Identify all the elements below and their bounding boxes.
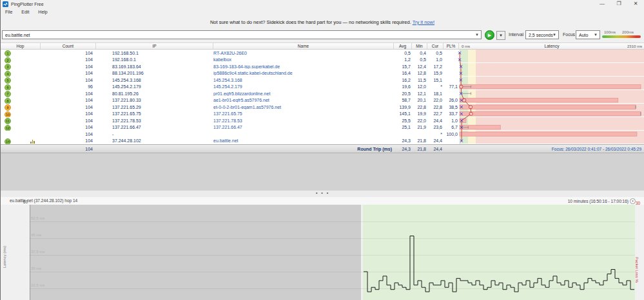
cell-ip: 137.221.65.29 [96, 105, 213, 109]
roundtrip-row: 104 Round Trip (ms) 24,3 21,8 24,4 Focus… [1, 144, 644, 153]
cell-pl: 1,0 [444, 118, 459, 123]
cell-name: ae1-br01-eqfr5.as57976.net [213, 98, 394, 102]
cell-pl: 6,7 [444, 125, 459, 129]
cell-name: 137.221.66.47 [213, 125, 394, 129]
cell-min: 22,8 [412, 105, 427, 109]
try-it-now-link[interactable]: Try it now! [413, 19, 434, 25]
cell-count: 104 [41, 64, 96, 69]
chevron-down-icon[interactable]: ▼ [552, 31, 556, 39]
timeline-yaxis-title: Latency (ms) [3, 234, 6, 279]
roundtrip-cur: 24,4 [427, 147, 444, 151]
trace-latency-graph[interactable] [458, 50, 644, 144]
col-header-latency[interactable]: 0 ms Latency 2310 ms [459, 43, 644, 49]
menu-edit[interactable]: Edit [17, 8, 34, 16]
minimize-button[interactable]: — [594, 0, 610, 8]
cell-avg: 25,5 [394, 118, 412, 123]
cell-pl: 33,7 [444, 111, 459, 116]
cell-name: pr01.eqfr5.blizzardonline.net [213, 91, 394, 96]
col-header-avg[interactable]: Avg [394, 43, 412, 49]
menu-bar: File Edit Help [1, 8, 644, 16]
cell-avg: 0,5 [394, 51, 412, 55]
chevron-down-icon[interactable]: ▼ [594, 31, 598, 39]
cell-count: 104 [41, 138, 96, 143]
cell-count: 104 [41, 91, 96, 96]
target-input[interactable]: eu.battle.net ▼ [2, 30, 482, 39]
timeline-ymax-label: 60 [17, 200, 28, 204]
col-header-name[interactable]: Name [213, 43, 394, 49]
cell-count: 104 [41, 57, 96, 62]
cell-ip: - [96, 132, 213, 136]
roundtrip-avg: 24,3 [394, 147, 412, 151]
cell-avg: 139,9 [394, 105, 412, 109]
cell-cur: 15,9 [427, 71, 444, 75]
col-header-min[interactable]: Min [412, 43, 427, 49]
hop-badge: 10 [5, 111, 11, 118]
interval-value: 2,5 seconds [529, 33, 553, 37]
col-header-cur[interactable]: Cur [427, 43, 444, 49]
cell-name: 83-169-183-64-isp.superkabel.de [213, 64, 394, 69]
timeline-plot[interactable]: 52,5 ms45 ms37,5 ms30 ms22,5 ms 60 Laten… [1, 205, 644, 300]
cell-count: 104 [41, 71, 96, 75]
maximize-button[interactable]: ❐ [610, 0, 627, 8]
timeline-gridline-label: 30 ms [31, 267, 41, 270]
timeline-gridline-label: 37,5 ms [31, 250, 44, 254]
cell-avg: 19,6 [394, 84, 412, 89]
cell-name: eu.battle.net [213, 138, 394, 143]
cell-cur: 22,0 [427, 98, 444, 102]
table-header: Hop Count IP Name Avg Min Cur PL% 0 ms L… [1, 42, 644, 50]
close-button[interactable]: ✕ [627, 0, 644, 8]
cell-count: 104 [41, 51, 96, 55]
focus-select[interactable]: Auto ▼ [576, 30, 600, 39]
cell-count: 104 [41, 78, 96, 82]
cell-ip: 137.221.66.47 [96, 125, 213, 129]
hop-badge: 14 [5, 138, 11, 145]
cell-ip: 137.221.78.53 [96, 118, 213, 123]
start-trace-button[interactable]: ▶ [485, 30, 494, 40]
interval-select[interactable]: 2,5 seconds ▼ [525, 30, 559, 39]
cell-ip: 137.221.80.33 [96, 98, 213, 102]
legend-200ms-label: 200ms [622, 30, 634, 34]
roundtrip-min: 21,8 [412, 147, 427, 151]
chevron-down-icon[interactable]: ▼ [475, 31, 479, 39]
menu-file[interactable]: File [1, 8, 17, 16]
cell-cur: 0,5 [427, 51, 444, 55]
cell-count: 104 [41, 98, 96, 102]
legend-100ms-label: 100ms [604, 30, 616, 34]
timeline-range-control[interactable]: 10 minutes (16:50:16 - 17:00:16) ▾ [568, 198, 636, 204]
cell-avg: 58,7 [394, 98, 412, 102]
cell-min: 11,5 [412, 78, 427, 82]
cell-pl: 38,5 [444, 105, 459, 109]
trace-options-button[interactable]: ▼ [496, 31, 505, 40]
packetloss-axis-title: Packet Loss % [635, 247, 639, 292]
roundtrip-count: 104 [41, 147, 96, 151]
pane-splitter[interactable]: • • • [1, 191, 644, 197]
interval-label: Interval [509, 32, 523, 37]
cell-cur: 24,4 [427, 118, 444, 123]
col-header-hop[interactable]: Hop [1, 43, 41, 49]
cell-cur: 18,1 [427, 91, 444, 96]
timeline-range-menu-icon[interactable]: ▾ [630, 198, 636, 204]
hop-badge: 9 [5, 104, 11, 111]
cell-min: 21,8 [412, 138, 427, 143]
cell-name: kabelbox [213, 57, 394, 62]
cell-pl: 77,1 [444, 84, 459, 89]
pingplotter-window: PingPlotter Free — ❐ ✕ File Edit Help No… [0, 0, 644, 300]
col-header-count[interactable]: Count [41, 43, 96, 49]
cell-min: 20,1 [412, 98, 427, 102]
cell-avg: 16,4 [394, 71, 412, 75]
cell-avg: 145,1 [394, 111, 412, 116]
focus-range-text: Focus: 26/03/2022 0:41:07 - 26/03/2022 0… [459, 147, 644, 151]
hop-graph-icon [30, 140, 35, 144]
col-header-ip[interactable]: IP [96, 43, 213, 49]
cell-name: 145.254.2.179 [213, 84, 394, 89]
cell-min: 12,1 [412, 91, 427, 96]
cell-avg: 15,7 [394, 64, 412, 69]
col-header-pl[interactable]: PL% [444, 43, 459, 49]
cell-name: 137.221.78.53 [213, 118, 394, 123]
menu-help[interactable]: Help [34, 8, 52, 16]
cell-min: 0,4 [412, 51, 427, 55]
packetloss-max-label: 30 [636, 201, 640, 205]
target-value: eu.battle.net [5, 33, 30, 37]
cell-min: 0,5 [412, 57, 427, 62]
cell-cur: 24,4 [427, 138, 444, 143]
